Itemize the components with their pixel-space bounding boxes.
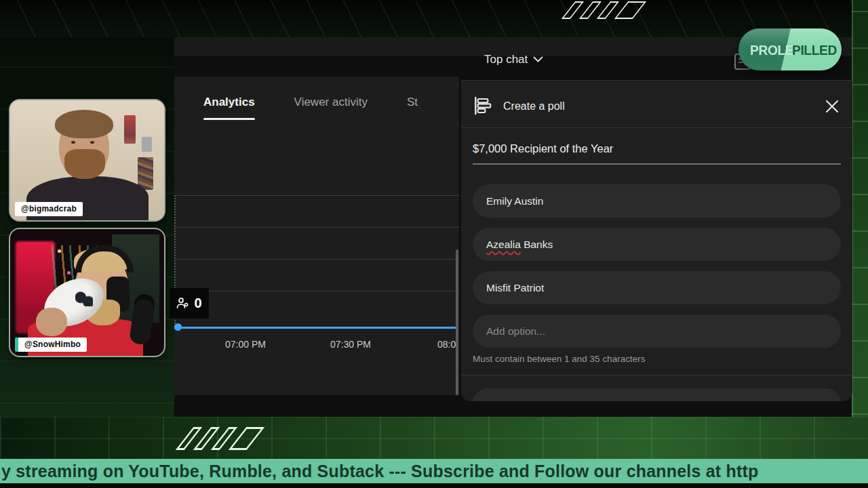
tab-label: Analytics [203,96,255,108]
top-chat-dropdown[interactable]: Top chat [484,53,543,66]
cam1-poster [124,115,136,144]
poll-question-underline [473,163,841,165]
analytics-tab-bar: Analytics Viewer activity St [203,96,418,109]
handle-label-snowhimbo: @SnowHimbo [15,338,87,352]
cam2-light-dot [58,249,61,253]
below-ticker-strip [0,483,868,488]
time-axis-label: 07:00 PM [215,339,276,350]
badge-left-text: PROLE [750,42,793,58]
poll-option-text: Misfit Patriot [486,282,544,294]
stream-overlay-stage: @bigmadcrab @SnowHimbo Analytics [0,0,868,488]
chart-gridline [176,227,459,228]
poll-question-field[interactable]: $7,000 Recipient of the Year [473,142,613,155]
decorative-slashes-bottom [184,427,264,454]
poll-add-option-field[interactable] [473,314,841,348]
viewers-icon [176,297,189,310]
webcam-frame-bigmadcrab: @bigmadcrab [10,100,164,220]
prole-pilled-badge: PROLE PILLED [738,28,842,70]
background-floor-grid [0,417,868,461]
poll-dialog-title: Create a poll [503,100,565,113]
studio-window: Analytics Viewer activity St 07:00 PM 07… [174,37,852,417]
cam1-eye [71,141,75,144]
poll-option-field[interactable]: Azealia Banks [473,228,841,261]
poll-option-text: Emily Austin [486,195,543,207]
badge-right-text: PILLED [792,42,837,58]
handle-label-bigmadcrab: @bigmadcrab [15,202,83,216]
dialog-divider [461,127,852,128]
viewers-zero-line [176,327,458,329]
ticker-text: y streaming on YouTube, Rumble, and Subt… [1,459,759,483]
chart-gridline [176,291,459,291]
poll-option-field[interactable]: Emily Austin [473,184,841,218]
poll-option-text: Azealia Banks [486,239,553,251]
time-axis-label: 07:30 PM [320,339,381,350]
poll-clipped-field[interactable] [473,388,841,401]
analytics-tab[interactable]: Analytics [203,96,255,109]
cam2-light-dot [67,271,71,274]
cam2-person-hand [36,308,67,336]
analytics-tab[interactable]: Viewer activity [294,96,368,109]
close-icon[interactable] [824,98,840,115]
cam1-person-beard [64,149,105,179]
poll-helper-text: Must contain between 1 and 35 characters [473,354,645,364]
poll-icon [472,95,494,117]
chart-gridline [176,195,459,196]
cam1-eye [90,141,94,144]
chart-gridline [176,259,459,260]
cam2-mug-logo [75,291,93,306]
viewers-line-dot [174,323,182,331]
cam1-person-hair [55,110,113,138]
decorative-slashes-top [568,1,648,22]
background-right-wall [852,0,868,488]
analytics-panel: Analytics Viewer activity St 07:00 PM 07… [174,77,459,395]
analytics-scrollbar[interactable] [456,249,458,395]
top-chat-label: Top chat [484,53,528,66]
analytics-tab[interactable]: St [407,96,418,109]
webcam-frame-snowhimbo: @SnowHimbo [10,229,164,356]
create-poll-dialog: Create a poll $7,000 Recipient of the Ye… [461,80,852,401]
concurrent-viewers-count: 0 [194,296,201,311]
background-ceiling [0,0,868,37]
add-option-input[interactable] [486,325,827,338]
tab-label: Viewer activity [294,96,368,108]
cam1-poster [138,157,153,190]
bottom-ticker: y streaming on YouTube, Rumble, and Subt… [0,459,868,483]
cam1-poster [142,137,152,152]
chevron-down-icon [533,56,543,63]
concurrent-viewers-tooltip: 0 [170,288,209,319]
poll-option-field[interactable]: Misfit Patriot [473,271,841,304]
tab-label: St [407,96,418,108]
dialog-divider [461,375,852,375]
